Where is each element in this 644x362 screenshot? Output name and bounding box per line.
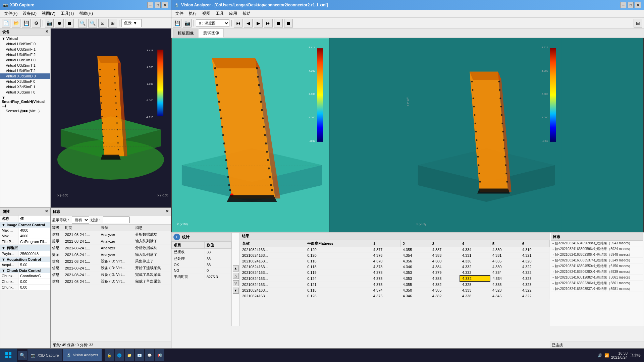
stop-btn[interactable]: ⏹ (65, 19, 74, 27)
log-cell-source: 设备 (ID: Virt... (100, 258, 134, 265)
prop-filepath-value[interactable]: C:\Program Fil... (19, 239, 50, 244)
minimize-btn[interactable]: ─ (147, 2, 153, 8)
va-stop2-btn[interactable]: ⏹ (284, 19, 293, 27)
right-log-scroll[interactable]: →帧<20210824163459698>处理结果（5943 msecs）→帧<… (551, 241, 643, 316)
taskbar-va[interactable]: 🔬 Vision Analyzer (63, 349, 102, 361)
tab-test-image[interactable]: 测试图像 (199, 28, 224, 38)
virtual-group[interactable]: ▼ Virtual (0, 36, 50, 41)
settings-btn[interactable]: ⚙ (32, 19, 41, 27)
tab-template-image[interactable]: 模板图像 (173, 29, 198, 38)
transmission-section[interactable]: ▼ 传输层 (0, 245, 50, 251)
nav-down2-btn[interactable]: ▼ (233, 288, 239, 294)
va-save-btn[interactable]: 💾 (173, 19, 181, 27)
acquisition-section[interactable]: ▼ Acquisition Control (0, 257, 50, 262)
smartray-group[interactable]: ▼ SmartRay_GmbH(Virtual ...) (0, 95, 50, 108)
taskbar-x3d[interactable]: 📷 X3D Capture (28, 349, 62, 361)
log-filter-input[interactable] (103, 217, 130, 223)
stats-icon: i (173, 234, 180, 240)
device-u3dSimT2[interactable]: Virtual U3dSimT 2 (0, 68, 50, 73)
va-menu-help[interactable]: 帮助 (240, 10, 253, 17)
device-u3dSimT0[interactable]: Virtual U3dSimT 0 (0, 57, 50, 63)
va-maximize-btn[interactable]: □ (628, 2, 634, 8)
va-close-btn[interactable]: ✕ (635, 2, 641, 8)
svg-point-76 (267, 159, 269, 161)
pointcloud-dropdown[interactable]: 点云 ▼ (121, 19, 142, 27)
taskbar-icon3[interactable]: 📁 (125, 349, 134, 361)
taskbar-icon6[interactable]: 📢 (155, 349, 164, 361)
taskbar-icon1[interactable]: 🔒 (105, 349, 114, 361)
va-menu-file[interactable]: 文件 (173, 10, 186, 17)
device-x3dSimD0[interactable]: Virtual X3dSimD 0 (0, 73, 50, 79)
va-menu-run[interactable]: 执行 (186, 10, 200, 17)
va-mode-select[interactable]: 0：深度图 (196, 19, 229, 27)
menu-help[interactable]: 帮助(H) (76, 10, 96, 17)
x3d-window-controls[interactable]: ─ □ ✕ (147, 2, 168, 8)
save-btn[interactable]: 💾 (22, 19, 31, 27)
device-u3dSimF0[interactable]: Virtual U3dSimF 0 (0, 41, 50, 47)
taskbar-icon4[interactable]: 📧 (135, 349, 144, 361)
zoom-in-btn[interactable]: 🔍 (78, 19, 87, 27)
devices-close-icon[interactable]: ✕ (45, 29, 48, 35)
maximize-btn[interactable]: □ (155, 2, 161, 8)
log-level-select[interactable]: 所有 (72, 216, 89, 224)
va-window-controls[interactable]: ─ □ ✕ (620, 2, 641, 8)
menu-view[interactable]: 视图(V) (39, 10, 58, 17)
zoom-actual-btn[interactable]: ⊞ (108, 19, 117, 27)
log-cell-level: 信息 (51, 278, 64, 285)
results-cell-name: 20210824163... (240, 264, 305, 270)
menu-file[interactable]: 文件(F) (2, 10, 20, 17)
device-x3dSimF1[interactable]: Virtual X3dSimF 1 (0, 84, 50, 89)
log-cell-message: 输入队列满了 (134, 251, 171, 258)
va-menu-view[interactable]: 视图 (200, 10, 213, 17)
image-format-section[interactable]: ▼ Image Format Control (0, 222, 50, 228)
va-first-btn[interactable]: ⏮ (234, 19, 243, 27)
va-camera-btn[interactable]: 📷 (183, 19, 192, 27)
device-u3dSimF1[interactable]: Virtual U3dSimF 1 (0, 47, 50, 52)
search-btn[interactable]: 🔍 (18, 351, 27, 360)
prop-chunk1-value[interactable]: CoordinateC (19, 273, 50, 279)
record-btn[interactable]: ⏺ (55, 19, 64, 27)
va-last-btn[interactable]: ⏭ (264, 19, 273, 27)
prop-max2-value[interactable]: 4000 (19, 233, 50, 239)
open-btn[interactable]: 📂 (12, 19, 20, 27)
chunk-section[interactable]: ▼ Chunk Data Control (0, 268, 50, 273)
prop-acqui-value[interactable]: 5.00 (19, 262, 50, 267)
new-btn[interactable]: 📄 (2, 19, 10, 27)
device-x3dSimF0[interactable]: Virtual X3dSimF 0 (0, 79, 50, 84)
taskbar-icon2[interactable]: 🌐 (115, 349, 124, 361)
props-close-icon[interactable]: ✕ (45, 209, 48, 214)
va-expand-btn[interactable]: ⊞ (634, 19, 642, 27)
va-menu-tools[interactable]: 工具 (213, 10, 226, 17)
nav-down-btn[interactable]: ▽ (233, 280, 239, 286)
svg-point-68 (263, 126, 265, 128)
taskbar-icon5[interactable]: 💬 (145, 349, 154, 361)
close-btn[interactable]: ✕ (162, 2, 168, 8)
prop-max1-value[interactable]: 4000 (19, 228, 50, 233)
nav-up2-btn[interactable]: △ (233, 273, 239, 279)
zoom-out-btn[interactable]: 🔍 (88, 19, 97, 27)
device-x3dSimT0[interactable]: Virtual X3dSimT 0 (0, 89, 50, 95)
log-scroll-area[interactable]: 等级 时间 来源 消息 信息2021-08-24 1...Analyzer分析数… (51, 225, 171, 338)
menu-device[interactable]: 设备(D) (20, 10, 39, 17)
prop-chunk2-value[interactable]: 0.00 (19, 279, 50, 284)
svg-point-31 (117, 136, 118, 137)
va-prev-btn[interactable]: ◀ (244, 19, 253, 27)
prop-payload-value[interactable]: 256000048 (19, 251, 50, 256)
device-u3dSimT1[interactable]: Virtual U3dSimT 1 (0, 63, 50, 68)
va-minimize-btn[interactable]: ─ (620, 2, 626, 8)
results-scroll[interactable]: 名称 平面度Flatness 1 2 3 4 5 6 20210824163..… (240, 240, 550, 325)
prop-chunk3-value[interactable]: 0.00 (19, 285, 50, 290)
zoom-fit-btn[interactable]: ⊡ (98, 19, 107, 27)
va-stop-btn[interactable]: ⏹ (274, 19, 283, 27)
device-sensor1[interactable]: Sensor1@■■ (Virt...) (0, 108, 50, 114)
menu-tools[interactable]: 工具(T) (58, 10, 76, 17)
camera-btn[interactable]: 📷 (45, 19, 54, 27)
nav-up-btn[interactable]: ▲ (233, 265, 239, 272)
va-next-btn[interactable]: ▶ (254, 19, 263, 27)
log-close-icon[interactable]: ✕ (166, 209, 169, 214)
device-u3dSimF2[interactable]: Virtual U3dSimF 2 (0, 52, 50, 57)
svg-text:4.000: 4.000 (309, 69, 315, 72)
start-button[interactable] (0, 349, 17, 362)
results-cell-c2: 4.356 (400, 258, 430, 264)
va-menu-app[interactable]: 应用 (226, 10, 240, 17)
